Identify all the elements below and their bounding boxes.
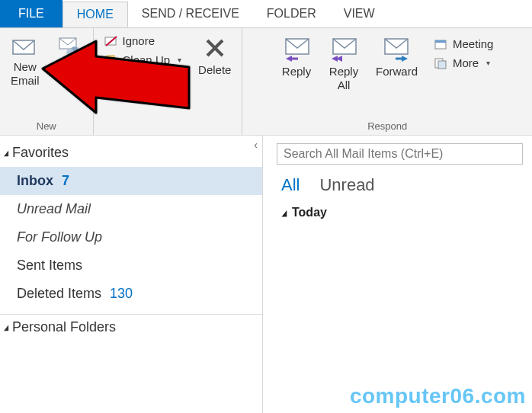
tab-send-receive[interactable]: SEND / RECEIVE [128,0,253,27]
junk-button[interactable]: nk [101,71,185,87]
date-group-today[interactable]: Today [277,203,523,223]
nav-deleted-label: Deleted Items [17,286,101,301]
nav-inbox-count: 7 [62,173,69,188]
filter-all[interactable]: All [281,175,300,195]
cleanup-button[interactable]: Clean Up [101,52,185,68]
ribbon-group-respond: Reply Reply All Forward Meetin [242,28,532,135]
search-input[interactable] [277,143,523,165]
nav-deleted-count: 130 [110,286,133,301]
reply-all-icon [328,36,359,62]
new-items-icon [56,36,82,57]
collapse-nav-button[interactable]: ‹ [254,139,258,151]
delete-icon [203,36,227,60]
nav-deleted-items[interactable]: Deleted Items 130 [0,280,262,308]
content-pane: All Unread Today [263,136,532,413]
nav-personal-label: Personal Folders [12,319,116,335]
date-group-today-label: Today [292,206,327,219]
nav-unread-mail[interactable]: Unread Mail [0,195,262,223]
delete-label: Delete [198,63,231,77]
more-label: More [453,56,479,69]
ribbon-group-delete: Ignore Clean Up nk Delete [94,28,243,135]
cleanup-icon [104,54,118,66]
ribbon-group-delete-label [166,119,169,133]
junk-label: nk [104,72,117,85]
new-items-button[interactable]: New Ite [53,33,85,88]
main: ‹ Favorites Inbox 7 Unread Mail For Foll… [0,136,532,413]
new-email-label: New Email [11,60,40,88]
more-button[interactable]: More [431,55,496,71]
more-icon [434,57,448,69]
filter-unread[interactable]: Unread [319,175,374,195]
ignore-icon [104,35,118,47]
filter-row: All Unread [277,165,523,203]
nav-divider [0,314,262,315]
nav-favorites-label: Favorites [12,145,69,161]
reply-icon [281,36,312,62]
ignore-button[interactable]: Ignore [101,33,185,49]
svg-point-3 [66,49,74,56]
reply-button[interactable]: Reply [278,33,315,78]
nav-inbox-label: Inbox [17,173,53,188]
ribbon: New Email New Ite New Ignore [0,27,532,136]
ignore-label: Ignore [123,34,155,47]
delete-button[interactable]: Delete [195,33,234,77]
watermark: computer06.com [350,384,526,408]
svg-rect-7 [108,61,113,65]
cleanup-label: Clean Up [123,53,171,66]
tab-folder[interactable]: FOLDER [253,0,330,27]
nav-favorites-header[interactable]: Favorites [0,140,262,167]
meeting-icon [434,38,448,50]
reply-all-label: Reply All [329,65,358,92]
ribbon-tabs: FILE HOME SEND / RECEIVE FOLDER VIEW [0,0,532,27]
tab-home[interactable]: HOME [62,2,128,27]
tab-file[interactable]: FILE [0,0,62,27]
nav-sent-items[interactable]: Sent Items [0,251,262,280]
meeting-button[interactable]: Meeting [431,36,496,52]
nav-pane: ‹ Favorites Inbox 7 Unread Mail For Foll… [0,136,263,413]
forward-icon [382,36,412,62]
ribbon-group-new-label: New [37,119,56,133]
ribbon-group-respond-label: Respond [367,119,407,133]
tab-view[interactable]: VIEW [330,0,389,27]
svg-rect-18 [438,61,446,69]
nav-followup[interactable]: For Follow Up [0,223,262,251]
svg-rect-16 [435,40,446,43]
new-email-icon [12,36,38,57]
forward-button[interactable]: Forward [373,33,421,78]
reply-label: Reply [282,65,311,78]
forward-label: Forward [376,65,418,78]
reply-all-button[interactable]: Reply All [325,33,362,92]
nav-personal-header[interactable]: Personal Folders [0,318,262,341]
new-email-button[interactable]: New Email [8,33,43,88]
new-items-label: New Ite [58,60,81,88]
nav-inbox[interactable]: Inbox 7 [0,167,262,195]
meeting-label: Meeting [453,37,493,50]
svg-rect-6 [107,56,114,61]
ribbon-group-new: New Email New Ite New [0,28,94,135]
